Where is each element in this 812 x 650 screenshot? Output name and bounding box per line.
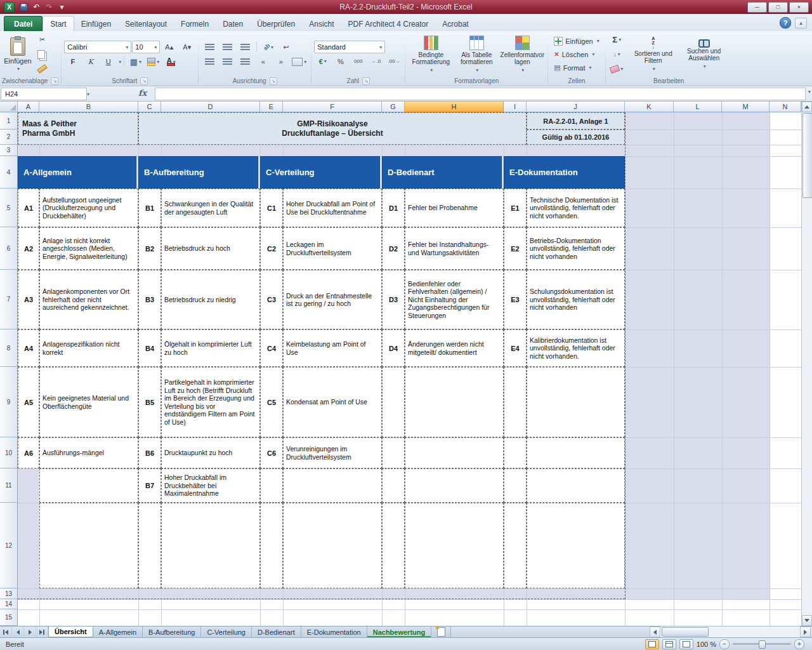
cell-text-C4[interactable]: Keimbelastung am Point of Use <box>283 329 382 367</box>
cell-text-E3[interactable]: Schulungsdokumentation ist unvollständig… <box>527 270 625 329</box>
normal-view-button[interactable] <box>645 639 659 649</box>
row-header-14[interactable]: 14 <box>0 599 18 609</box>
clear-button[interactable]: ▾ <box>608 62 625 76</box>
cell-code-D4[interactable]: D4 <box>382 329 405 367</box>
merge-center-button[interactable]: ▾ <box>290 55 308 69</box>
cell-text-A5[interactable]: Kein geeignetes Material und Oberflächen… <box>39 367 138 437</box>
cell-code-A1[interactable]: A1 <box>18 189 39 227</box>
cell-text-C1[interactable]: Hoher Druckabfall am Point of Use bei Dr… <box>283 189 382 227</box>
cell-text-A2[interactable]: Anlage ist nicht korrekt angeschlossen (… <box>39 227 138 270</box>
section-header-a[interactable]: A-Allgemein <box>18 156 136 189</box>
page-break-view-button[interactable] <box>679 639 693 649</box>
tab-pdf-architect[interactable]: PDF Architect 4 Creator <box>341 17 436 31</box>
cell-code-C6[interactable]: C6 <box>260 437 283 468</box>
cell-code-B1[interactable]: B1 <box>138 189 161 227</box>
dialog-launcher-icon[interactable]: ↘ <box>140 77 148 85</box>
column-header-I[interactable]: I <box>504 102 527 112</box>
align-center-button[interactable] <box>219 55 236 69</box>
row-header-12[interactable]: 12 <box>0 503 18 588</box>
cell-text-B4[interactable]: Ölgehalt in komprimierter Luft zu hoch <box>161 329 260 367</box>
format-cells-button[interactable]: ▤Format▾ <box>551 62 602 74</box>
column-header-E[interactable]: E <box>260 102 283 112</box>
next-sheet-button[interactable] <box>24 627 36 637</box>
sheet-tab-c-verteilung[interactable]: C-Verteilung <box>201 627 252 637</box>
sheet-tab-b-aufbereitung[interactable]: B-Aufbereitung <box>143 627 201 637</box>
cell-empty[interactable] <box>382 503 405 588</box>
borders-button[interactable]: ▦▾ <box>127 55 144 69</box>
cell-text-A3[interactable]: Anlagenkomponenten vor Ort fehlerhaft od… <box>39 270 138 329</box>
cell-text-B2[interactable]: Betriebsdruck zu hoch <box>161 227 260 270</box>
cell-code-B6[interactable]: B6 <box>138 437 161 468</box>
paste-button[interactable]: Einfügen ▾ <box>2 32 34 76</box>
cell-empty[interactable] <box>39 468 138 503</box>
cell-company[interactable]: Maas & Peither Pharma GmbH <box>18 112 138 145</box>
vertical-scrollbar[interactable] <box>801 102 812 626</box>
row-header-9[interactable]: 9 <box>0 367 18 437</box>
grow-font-button[interactable]: A▴ <box>160 41 178 54</box>
row-header-4[interactable]: 4 <box>0 156 18 189</box>
formula-input[interactable] <box>155 88 806 100</box>
zoom-slider[interactable] <box>733 643 791 645</box>
maximize-button[interactable]: □ <box>768 2 788 13</box>
section-header-c[interactable]: C-Verteilung <box>260 156 380 189</box>
tab-acrobat[interactable]: Acrobat <box>435 17 475 31</box>
cell-code-D3[interactable]: D3 <box>382 270 405 329</box>
tab-daten[interactable]: Daten <box>216 17 250 31</box>
cell-text-E4[interactable]: Kalibrierdokumentation ist unvollständig… <box>527 329 625 367</box>
cell-text-A4[interactable]: Anlagenspezifikation nicht korrekt <box>39 329 138 367</box>
cell-text-B7[interactable]: Hoher Druckabfall im Druckbehälter bei M… <box>161 468 260 503</box>
sheet-tab-d-bedienart[interactable]: D-Bedienart <box>252 627 301 637</box>
cell-code-B5[interactable]: B5 <box>138 367 161 437</box>
row-header-3[interactable]: 3 <box>0 145 18 156</box>
align-top-button[interactable] <box>201 41 218 54</box>
font-name-select[interactable]: Calibri▾ <box>64 41 131 53</box>
row-header-6[interactable]: 6 <box>0 227 18 270</box>
cell-code-A3[interactable]: A3 <box>18 270 39 329</box>
cell-text-A1[interactable]: Aufstellungsort ungeeignet (Drucklufterz… <box>39 189 138 227</box>
cell-code-D1[interactable]: D1 <box>382 189 405 227</box>
underline-button[interactable]: U <box>100 55 117 69</box>
scroll-left-button[interactable] <box>650 627 660 637</box>
undo-button[interactable]: ↶ <box>30 2 43 13</box>
redo-button[interactable]: ↷ <box>43 2 55 13</box>
font-color-button[interactable]: A▾ <box>162 55 180 69</box>
format-as-table-button[interactable]: Als Tabelle formatieren ▾ <box>454 32 499 76</box>
cell-empty[interactable] <box>527 468 625 503</box>
cell-text-A6[interactable]: Ausführungs-mängel <box>39 437 138 468</box>
sheet-tab-e-dokumentation[interactable]: E-Dokumentation <box>301 627 367 637</box>
cell-empty[interactable] <box>382 468 405 503</box>
cell-valid-from[interactable]: Gültig ab 01.10.2016 <box>527 129 625 145</box>
zoom-out-button[interactable]: − <box>719 639 730 649</box>
cell-empty[interactable] <box>382 437 405 468</box>
cell-code-C3[interactable]: C3 <box>260 270 283 329</box>
column-header-A[interactable]: A <box>18 102 39 112</box>
cell-code-E2[interactable]: E2 <box>504 227 527 270</box>
fill-button[interactable]: ↓▾ <box>608 48 625 61</box>
cell-text-B3[interactable]: Betriebsdruck zu niedrig <box>161 270 260 329</box>
align-right-button[interactable] <box>237 55 254 69</box>
sheet-tab-uebersicht[interactable]: Übersicht <box>48 627 93 637</box>
cell-empty[interactable] <box>405 468 504 503</box>
cell-code-A5[interactable]: A5 <box>18 367 39 437</box>
fill-color-button[interactable]: ▾ <box>145 55 162 69</box>
cell-text-E1[interactable]: Technische Dokumentation ist unvollständ… <box>527 189 625 227</box>
cell-text-B1[interactable]: Schwankungen in der Qualität der angesau… <box>161 189 260 227</box>
number-format-select[interactable]: Standard▾ <box>314 41 385 53</box>
insert-cells-button[interactable]: Einfügen▾ <box>551 35 602 47</box>
row-header-11[interactable]: 11 <box>0 468 18 503</box>
cell-empty[interactable] <box>161 503 260 588</box>
qat-customize-button[interactable]: ▾ <box>56 2 68 13</box>
tab-ansicht[interactable]: Ansicht <box>302 17 341 31</box>
shrink-font-button[interactable]: A▾ <box>178 41 195 54</box>
dialog-launcher-icon[interactable]: ↘ <box>362 77 370 85</box>
excel-app-icon[interactable]: X <box>4 2 15 13</box>
percent-style-button[interactable]: % <box>332 55 349 68</box>
decrease-decimal-button[interactable]: .00→ <box>385 55 402 68</box>
cell-text-C3[interactable]: Druck an der Entnahmestelle ist zu gerin… <box>283 270 382 329</box>
name-box[interactable]: H24 <box>1 88 87 100</box>
align-bottom-button[interactable] <box>237 41 254 54</box>
name-box-caret-icon[interactable]: ▾ <box>83 88 93 100</box>
cell-code-C4[interactable]: C4 <box>260 329 283 367</box>
row-header-8[interactable]: 8 <box>0 329 18 367</box>
column-header-J[interactable]: J <box>527 102 625 112</box>
